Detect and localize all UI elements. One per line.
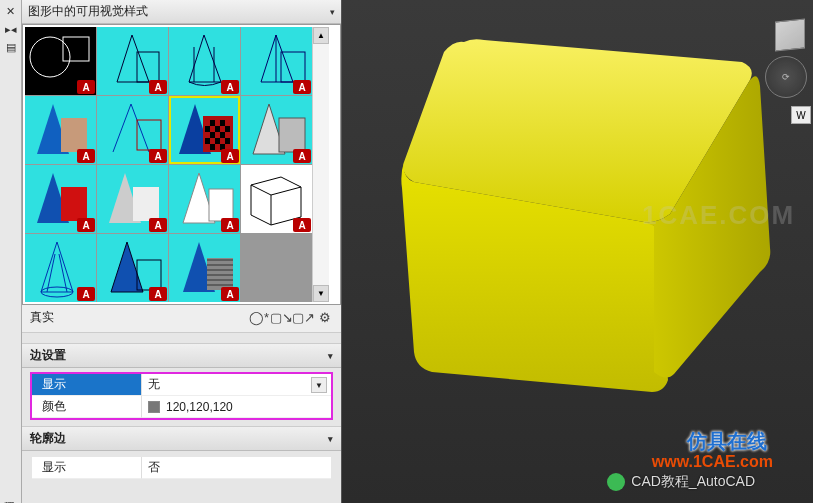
svg-rect-26 [225,138,230,144]
credit-text: CAD教程_AutoCAD [631,473,755,491]
style-thumbnail[interactable]: A [241,96,312,164]
svg-rect-17 [210,120,215,126]
style-grid-container: AAAAAA AAAAAAAA A ▲ ▼ [22,24,341,305]
selected-style-name: 真实 [30,309,54,326]
silhouette-title: 轮廓边 [30,430,66,447]
chevron-down-icon[interactable]: ▾ [330,7,335,17]
settings-icon[interactable]: ⚙ [317,310,333,326]
autocad-badge-icon: A [221,149,239,163]
svg-rect-25 [215,138,220,144]
autocad-badge-icon: A [293,149,311,163]
chevron-down-icon[interactable]: ▾ [328,434,333,444]
watermark-center: 1CAE.COM [642,200,795,231]
edge-settings-header[interactable]: 边设置 ▾ [22,343,341,368]
autocad-badge-icon: A [293,80,311,94]
new-style-icon[interactable]: ◯* [251,310,267,326]
watermark-badge: 仿具在线 [687,428,767,455]
edge-color-text: 120,120,120 [166,400,233,414]
autocad-badge-icon: A [77,218,95,232]
svg-rect-34 [133,187,159,221]
style-thumbnail[interactable]: A [169,96,240,164]
svg-rect-23 [220,132,225,138]
watermark-link: www.1CAE.com [652,453,773,471]
edge-settings-title: 边设置 [30,347,66,364]
svg-rect-32 [61,187,87,221]
autocad-badge-icon: A [149,149,167,163]
collapse-icon[interactable]: ▸◂ [3,22,19,36]
selected-style-row: 真实 ◯* ▢↘ ▢↗ ⚙ [22,305,341,333]
dock-icon[interactable]: ▤ [3,40,19,54]
close-panel-icon[interactable]: ✕ [3,4,19,18]
wechat-icon [607,473,625,491]
autocad-badge-icon: A [77,287,95,301]
style-thumbnail[interactable]: A [97,165,168,233]
style-thumbnail[interactable]: A [169,165,240,233]
svg-rect-22 [210,132,215,138]
color-swatch-icon [148,401,160,413]
style-thumbnail[interactable]: A [97,27,168,95]
svg-rect-12 [61,118,87,152]
edge-color-row: 颜色 120,120,120 [32,396,331,418]
style-thumbnail[interactable]: A [25,165,96,233]
chevron-down-icon[interactable]: ▾ [328,351,333,361]
svg-rect-27 [210,144,215,150]
svg-rect-16 [203,116,233,152]
svg-rect-24 [205,138,210,144]
style-thumbnail[interactable]: A [97,234,168,302]
autocad-badge-icon: A [149,80,167,94]
silhouette-display-text: 否 [148,459,160,476]
style-thumbnail[interactable]: A [97,96,168,164]
style-thumbnail[interactable]: A [241,165,312,233]
autocad-badge-icon: A [149,218,167,232]
autocad-badge-icon: A [221,287,239,301]
style-thumbnail[interactable]: A [25,96,96,164]
edge-color-label[interactable]: 颜色 [32,396,142,418]
autocad-badge-icon: A [149,287,167,301]
autocad-badge-icon: A [293,218,311,232]
apply-style-icon[interactable]: ▢↘ [273,310,289,326]
scroll-up-button[interactable]: ▲ [313,27,329,44]
style-thumbnail[interactable]: A [169,27,240,95]
silhouette-display-value[interactable]: 否 [142,457,331,479]
autocad-badge-icon: A [221,218,239,232]
scroll-down-button[interactable]: ▼ [313,285,329,302]
silhouette-header[interactable]: 轮廓边 ▾ [22,426,341,451]
navigation-widget: ⟳ [763,16,807,96]
svg-rect-21 [225,126,230,132]
style-thumbnail[interactable]: A [25,27,96,95]
credit-line: CAD教程_AutoCAD [607,473,755,491]
style-thumbnail[interactable]: A [241,27,312,95]
compass-icon[interactable]: ⟳ [765,56,807,98]
panel-title: 图形中的可用视觉样式 [28,3,148,20]
svg-rect-19 [205,126,210,132]
svg-rect-18 [220,120,225,126]
export-style-icon[interactable]: ▢↗ [295,310,311,326]
silhouette-table: 显示 否 [32,457,331,479]
style-grid-scrollbar[interactable]: ▲ ▼ [312,27,329,302]
dropdown-arrow-icon[interactable]: ▼ [311,377,327,393]
edge-display-label[interactable]: 显示 [32,374,142,396]
3d-viewport[interactable]: ⟳ W 1CAE.COM 仿具在线 CAD教程_AutoCAD www.1CAE… [342,0,813,503]
autocad-badge-icon: A [77,80,95,94]
silhouette-display-label[interactable]: 显示 [32,457,142,479]
edge-display-row: 显示 无 ▼ [32,374,331,396]
palette-strip: ✕ ▸◂ ▤ 视觉样式管理器 [0,0,22,503]
view-cube[interactable] [775,18,805,51]
scroll-track[interactable] [313,44,329,285]
edge-color-value[interactable]: 120,120,120 [142,396,331,418]
style-thumbnail[interactable]: A [25,234,96,302]
svg-rect-20 [215,126,220,132]
svg-rect-30 [279,118,305,152]
edge-display-text: 无 [148,376,160,393]
autocad-badge-icon: A [77,149,95,163]
wcs-button[interactable]: W [791,106,811,124]
visual-styles-panel: 图形中的可用视觉样式 ▾ AAAAAA AAAAAAAA A ▲ ▼ 真实 ◯*… [22,0,342,503]
style-tools: ◯* ▢↘ ▢↗ ⚙ [251,310,333,326]
style-thumbnail[interactable]: A [169,234,240,302]
panel-header[interactable]: 图形中的可用视觉样式 ▾ [22,0,341,24]
svg-rect-36 [209,189,233,221]
autocad-badge-icon: A [221,80,239,94]
edge-settings-table: 显示 无 ▼ 颜色 120,120,120 [32,374,331,418]
edge-display-value[interactable]: 无 ▼ [142,374,331,396]
silhouette-display-row: 显示 否 [32,457,331,479]
